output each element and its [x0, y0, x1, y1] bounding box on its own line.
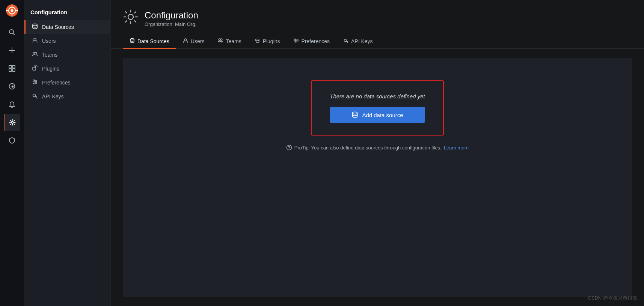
protip-content: ProTip: You can also define data sources…	[294, 145, 442, 151]
tab-plugins[interactable]: Plugins	[248, 34, 287, 49]
watermark: CSDN @今夜月色很美	[588, 295, 637, 301]
explore-icon-btn[interactable]	[4, 78, 20, 95]
page-subtitle: Organization: Main Org.	[145, 21, 198, 27]
add-datasource-button[interactable]: Add data source	[330, 107, 425, 123]
config-sidebar-title: Configuration	[24, 6, 110, 20]
svg-rect-13	[9, 69, 12, 71]
svg-rect-22	[33, 67, 36, 70]
sidebar-narrow	[0, 0, 24, 306]
sidebar-item-plugins[interactable]: Plugins	[24, 62, 110, 75]
sidebar-item-teams-label: Teams	[42, 52, 57, 58]
no-datasource-message: There are no data sources defined yet	[330, 93, 425, 99]
svg-point-20	[33, 52, 35, 54]
svg-point-17	[11, 121, 14, 124]
shield-icon-btn[interactable]	[4, 132, 20, 149]
svg-point-45	[289, 149, 290, 149]
tab-data-sources-label: Data Sources	[137, 38, 169, 44]
tab-teams-icon	[218, 38, 223, 44]
tab-preferences[interactable]: Preferences	[287, 34, 336, 49]
tab-teams[interactable]: Teams	[211, 34, 248, 49]
svg-rect-35	[256, 41, 259, 42]
sidebar-item-data-sources-label: Data Sources	[42, 24, 74, 30]
add-datasource-label: Add data source	[362, 112, 403, 118]
page-header: Configuration Organization: Main Org.	[111, 0, 644, 28]
svg-line-8	[13, 33, 15, 35]
svg-point-34	[220, 39, 222, 41]
tab-api-keys-icon	[343, 38, 348, 44]
svg-point-41	[295, 41, 296, 42]
data-sources-icon	[32, 23, 38, 30]
protip-text: ProTip: You can also define data sources…	[286, 145, 469, 151]
sidebar-item-api-keys[interactable]: API Keys	[24, 89, 110, 103]
config-sidebar: Configuration Data Sources Users	[24, 0, 111, 306]
tab-users-icon	[183, 38, 188, 44]
svg-point-43	[353, 112, 357, 114]
svg-point-21	[35, 52, 37, 54]
svg-point-18	[33, 24, 37, 26]
page-title: Configuration	[145, 10, 198, 21]
svg-point-31	[130, 39, 134, 40]
svg-point-32	[184, 39, 187, 41]
tab-data-sources-icon	[130, 38, 135, 44]
tab-api-keys[interactable]: API Keys	[336, 34, 380, 49]
users-icon	[32, 37, 38, 44]
svg-point-28	[33, 83, 35, 84]
tabs-bar: Data Sources Users Teams	[111, 34, 644, 49]
config-header-icon	[123, 9, 139, 28]
tab-plugins-label: Plugins	[263, 38, 280, 44]
api-keys-icon	[32, 93, 38, 100]
sidebar-item-data-sources[interactable]: Data Sources	[24, 20, 110, 34]
grafana-logo[interactable]	[5, 3, 20, 18]
alerts-icon-btn[interactable]	[4, 96, 20, 113]
svg-point-27	[35, 81, 37, 83]
tab-users-label: Users	[191, 38, 205, 44]
sidebar-item-preferences-label: Preferences	[42, 80, 70, 86]
tab-teams-label: Teams	[226, 38, 241, 44]
sidebar-item-preferences[interactable]: Preferences	[24, 75, 110, 89]
dashboards-icon-btn[interactable]	[4, 60, 20, 77]
svg-rect-12	[12, 65, 15, 68]
page-header-text: Configuration Organization: Main Org.	[145, 10, 198, 27]
tab-preferences-icon	[294, 38, 299, 44]
svg-point-33	[219, 39, 220, 41]
sidebar-item-users[interactable]: Users	[24, 34, 110, 48]
svg-point-26	[33, 80, 35, 81]
svg-marker-16	[11, 85, 14, 88]
search-icon-btn[interactable]	[4, 24, 20, 41]
plugins-icon	[32, 65, 38, 72]
tab-api-keys-label: API Keys	[351, 38, 373, 44]
no-datasource-box: There are no data sources defined yet Ad…	[311, 80, 444, 136]
svg-point-30	[128, 14, 133, 20]
new-icon-btn[interactable]	[4, 42, 20, 59]
svg-rect-14	[12, 69, 15, 71]
tab-users[interactable]: Users	[176, 34, 211, 49]
tab-plugins-icon	[255, 38, 260, 44]
sidebar-item-users-label: Users	[42, 38, 56, 44]
preferences-icon	[32, 79, 38, 86]
tab-preferences-label: Preferences	[302, 38, 330, 44]
sidebar-item-teams[interactable]: Teams	[24, 48, 110, 62]
content-panel: There are no data sources defined yet Ad…	[123, 58, 632, 297]
learn-more-link[interactable]: Learn more	[444, 145, 469, 151]
sidebar-item-plugins-label: Plugins	[42, 66, 59, 72]
svg-rect-11	[9, 65, 12, 68]
svg-point-2	[11, 9, 13, 12]
main-content: Configuration Organization: Main Org. Da…	[111, 0, 644, 306]
config-icon-btn[interactable]	[4, 114, 20, 131]
teams-icon	[32, 51, 38, 58]
sidebar-item-api-keys-label: API Keys	[42, 93, 64, 99]
svg-point-44	[287, 145, 291, 150]
svg-point-39	[294, 39, 296, 40]
svg-point-40	[297, 40, 298, 41]
tab-data-sources[interactable]: Data Sources	[123, 34, 176, 49]
